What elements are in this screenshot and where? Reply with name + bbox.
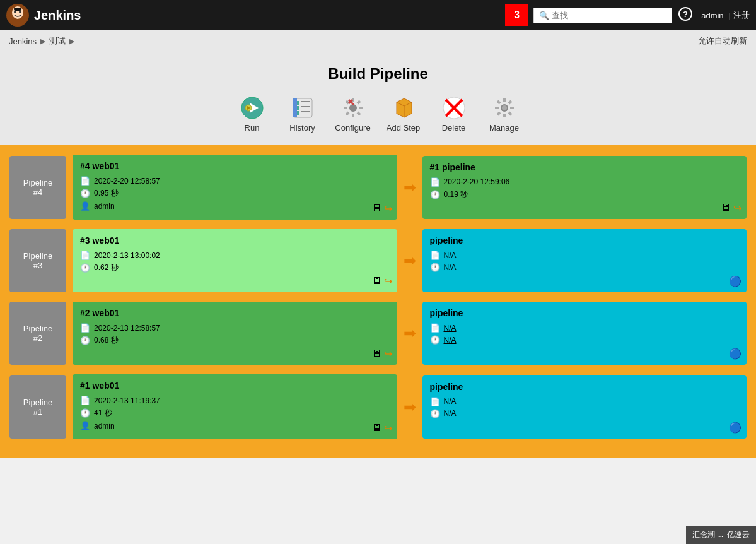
card-date-left-3: 📄 2020-2-13 13:00:02 (80, 251, 390, 260)
svg-point-3 (19, 11, 21, 13)
user-label[interactable]: admin (701, 11, 723, 20)
card-console-btn[interactable]: 🖥 (371, 203, 381, 215)
pipeline-card-right-3: pipeline 📄 N/A 🕐 N/A 🔵 (422, 229, 747, 292)
user-icon: 👤 (80, 201, 90, 211)
signup-link[interactable]: 注册 (733, 9, 750, 21)
search-icon: 🔍 (539, 11, 549, 20)
add-step-icon (391, 95, 416, 121)
pipeline-label-text-2: Pipeline (23, 324, 52, 333)
toolbar-manage[interactable]: Manage (486, 95, 523, 133)
card-run-btn-l3[interactable]: ↪ (384, 275, 392, 287)
card-actions-left-4: 🖥 ↪ (371, 203, 392, 215)
svg-line-25 (358, 101, 360, 103)
pipeline-card-right-1: pipeline 📄 N/A 🕐 N/A 🔵 (422, 375, 747, 439)
card-duration-left-2: 🕐 0.68 秒 (80, 335, 390, 346)
card-duration-right-4: 🕐 0.19 秒 (430, 189, 740, 200)
toolbar-delete[interactable]: Delete (435, 95, 473, 133)
card-run-btn-r4[interactable]: ↪ (733, 202, 741, 214)
toolbar: Run History (0, 89, 756, 145)
card-actions-right-3: 🔵 (729, 275, 741, 287)
svg-line-38 (497, 101, 500, 103)
history-icon (290, 95, 315, 121)
arrow-4: ➡ (404, 179, 416, 196)
clock-icon-l3: 🕐 (80, 263, 90, 273)
pipeline-number-2: #2 (33, 333, 42, 343)
breadcrumb-sep-1: ▶ (40, 37, 45, 45)
card-date-left-2: 📄 2020-2-13 12:58:57 (80, 323, 390, 333)
pipeline-label-1: Pipeline #1 (9, 375, 66, 439)
card-more-btn-r1[interactable]: 🔵 (729, 422, 741, 434)
arrow-3: ➡ (404, 252, 416, 269)
pipeline-number-1: #1 (33, 407, 42, 417)
search-box: 🔍 (533, 8, 672, 23)
pipeline-label-4: Pipeline #4 (9, 156, 66, 219)
clock-icon-r3: 🕐 (430, 263, 440, 272)
card-duration-right-1: 🕐 N/A (430, 409, 740, 418)
delete-icon (441, 95, 467, 121)
svg-point-2 (14, 11, 16, 13)
card-run-btn[interactable]: ↪ (384, 203, 392, 215)
clock-icon-r1: 🕐 (430, 409, 440, 418)
card-console-btn-l3[interactable]: 🖥 (371, 275, 381, 287)
card-user-left-4: 👤 admin (80, 201, 390, 211)
run-icon (240, 95, 265, 121)
history-label: History (289, 123, 315, 133)
breadcrumb-jenkins[interactable]: Jenkins (9, 37, 37, 46)
card-more-btn-r2[interactable]: 🔵 (729, 348, 741, 360)
separator: | (729, 11, 731, 20)
card-duration-left-4: 🕐 0.95 秒 (80, 188, 390, 199)
pipeline-card-right-2: pipeline 📄 N/A 🕐 N/A 🔵 (422, 302, 747, 365)
pipeline-label-text: Pipeline (23, 178, 52, 187)
auto-refresh-toggle[interactable]: 允许自动刷新 (698, 35, 747, 47)
manage-icon (492, 95, 517, 121)
search-input[interactable] (552, 11, 666, 20)
card-console-btn-l2[interactable]: 🖥 (371, 348, 381, 360)
pipeline-label-3: Pipeline #3 (9, 229, 66, 292)
pipeline-card-left-3: #3 web01 📄 2020-2-13 13:00:02 🕐 0.62 秒 🖥… (73, 229, 397, 292)
pipeline-label-text-1: Pipeline (23, 398, 52, 407)
card-date-right-2: 📄 N/A (430, 323, 740, 333)
add-step-label: Add Step (387, 123, 421, 133)
run-label: Run (245, 123, 260, 133)
card-more-btn-r3[interactable]: 🔵 (729, 275, 741, 287)
card-actions-left-3: 🖥 ↪ (371, 275, 392, 287)
card-title-left-1: #1 web01 (80, 381, 390, 391)
card-title-right-2: pipeline (430, 308, 740, 318)
pipeline-label-2: Pipeline #2 (9, 302, 66, 365)
card-duration-right-3: 🕐 N/A (430, 263, 740, 272)
svg-line-26 (346, 112, 349, 115)
card-title-left-2: #2 web01 (80, 308, 390, 318)
toolbar-configure[interactable]: Configure (334, 95, 372, 133)
header: Jenkins 3 🔍 ? admin | 注册 (0, 0, 756, 30)
pipeline-row-4: Pipeline #4 #4 web01 📄 2020-2-20 12:58:5… (9, 155, 747, 220)
arrow-1: ➡ (404, 398, 416, 416)
card-date-right-4: 📄 2020-2-20 12:59:06 (430, 177, 740, 187)
configure-icon (340, 95, 366, 121)
card-run-btn-l2[interactable]: ↪ (384, 348, 392, 360)
card-console-btn-l1[interactable]: 🖥 (371, 422, 381, 434)
calendar-icon-r1: 📄 (430, 397, 440, 406)
breadcrumb-test[interactable]: 测试 (49, 35, 66, 47)
jenkins-logo[interactable]: Jenkins (6, 4, 81, 27)
clock-icon: 🕐 (80, 189, 90, 198)
toolbar-history[interactable]: History (284, 95, 322, 133)
card-console-btn-r4[interactable]: 🖥 (721, 202, 731, 214)
svg-rect-17 (301, 111, 310, 112)
card-actions-right-4: 🖥 ↪ (721, 202, 741, 214)
clock-icon-l2: 🕐 (80, 336, 90, 345)
toolbar-add-step[interactable]: Add Step (385, 95, 422, 133)
calendar-icon-r3: 📄 (430, 251, 440, 260)
toolbar-run[interactable]: Run (233, 95, 271, 133)
help-icon[interactable]: ? (678, 7, 692, 23)
notification-badge[interactable]: 3 (505, 4, 528, 26)
pipeline-number-3: #3 (33, 261, 42, 270)
pipeline-number-4: #4 (33, 187, 42, 197)
svg-text:?: ? (683, 9, 688, 19)
card-run-btn-l1[interactable]: ↪ (384, 422, 392, 434)
card-actions-right-1: 🔵 (729, 422, 741, 434)
calendar-icon-l3: 📄 (80, 251, 90, 260)
card-date-right-3: 📄 N/A (430, 251, 740, 260)
pipeline-area: Pipeline #4 #4 web01 📄 2020-2-20 12:58:5… (0, 145, 756, 458)
pipeline-card-right-4: #1 pipeline 📄 2020-2-20 12:59:06 🕐 0.19 … (422, 156, 747, 219)
card-actions-right-2: 🔵 (729, 348, 741, 360)
